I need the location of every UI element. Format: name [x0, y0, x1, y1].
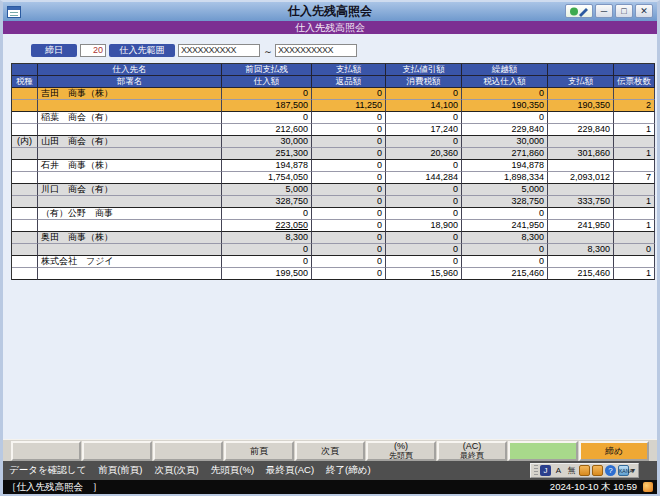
- amount-cell: 8,300: [222, 232, 312, 244]
- amount-cell: 1,898,334: [462, 172, 548, 184]
- table-row[interactable]: 199,500015,960215,460215,4601: [12, 268, 655, 280]
- table-row[interactable]: 187,50011,25014,100190,350190,3502: [12, 100, 655, 112]
- dictionary-icon[interactable]: [592, 465, 603, 476]
- amount-cell: 0: [614, 244, 655, 256]
- table-row[interactable]: (内)山田 商会（有）30,0000030,000: [12, 136, 655, 148]
- grip-icon[interactable]: [534, 465, 538, 476]
- table-row[interactable]: 奥田 商事（株）8,300008,300: [12, 232, 655, 244]
- tax-type-cell: [12, 160, 38, 172]
- tax-type-cell: [12, 172, 38, 184]
- fn-blank-1-button[interactable]: [11, 441, 81, 461]
- table-row[interactable]: 328,75000328,750333,7501: [12, 196, 655, 208]
- fn-button-label: 締め: [605, 447, 623, 456]
- amount-cell: 0: [312, 232, 386, 244]
- range-to-input[interactable]: XXXXXXXXXX: [275, 44, 357, 57]
- amount-cell: 0: [312, 256, 386, 268]
- table-row[interactable]: 川口 商会（有）5,000005,000: [12, 184, 655, 196]
- fn-button-label: 次頁: [321, 447, 339, 456]
- table-row[interactable]: 稲葉 商会（有）0000: [12, 112, 655, 124]
- amount-cell: [614, 208, 655, 220]
- amount-cell: 0: [386, 112, 462, 124]
- tax-type-cell: [12, 256, 38, 268]
- fn-blank-3-button[interactable]: [153, 441, 223, 461]
- table-body: 吉田 商事（株）0000187,50011,25014,100190,35019…: [12, 88, 655, 280]
- table-row[interactable]: 1,754,0500144,2841,898,3342,093,0127: [12, 172, 655, 184]
- ime-pad-icon[interactable]: [579, 465, 590, 476]
- supplier-name-cell: [38, 268, 222, 280]
- supplier-name-cell: 石井 商事（株）: [38, 160, 222, 172]
- table-row[interactable]: （有）公野 商事0000: [12, 208, 655, 220]
- amount-cell: [614, 232, 655, 244]
- amount-cell: 15,960: [386, 268, 462, 280]
- maximize-button[interactable]: □: [615, 4, 633, 18]
- last-page-button[interactable]: (AC)最終頁: [437, 441, 507, 461]
- minimize-button[interactable]: ─: [595, 4, 613, 18]
- guide-item: 最終頁(AC): [266, 464, 314, 477]
- amount-cell: 11,250: [312, 100, 386, 112]
- amount-cell: 212,600: [222, 124, 312, 136]
- amount-cell: 0: [312, 208, 386, 220]
- keyboard-icon[interactable]: KANA: [618, 465, 629, 476]
- amount-cell: 0: [386, 88, 462, 100]
- amount-cell: 0: [386, 208, 462, 220]
- table-row[interactable]: 吉田 商事（株）0000: [12, 88, 655, 100]
- ime-mode-icon[interactable]: J: [540, 465, 551, 476]
- closing-day-label: 締日: [31, 44, 77, 57]
- amount-cell: 1,754,050: [222, 172, 312, 184]
- amount-cell: 333,750: [548, 196, 614, 208]
- amount-cell: 0: [386, 256, 462, 268]
- conversion-mode-icon[interactable]: 無: [566, 465, 577, 476]
- amount-cell: 1: [614, 124, 655, 136]
- table-row[interactable]: 株式会社 フジイ0000: [12, 256, 655, 268]
- support-button[interactable]: [565, 4, 593, 18]
- range-from-input[interactable]: XXXXXXXXXX: [178, 44, 260, 57]
- amount-cell: [548, 160, 614, 172]
- amount-cell: 0: [386, 184, 462, 196]
- amount-cell: 0: [222, 256, 312, 268]
- close-button[interactable]: ✕: [635, 4, 653, 18]
- amount-cell: [614, 88, 655, 100]
- first-page-button[interactable]: (%)先頭頁: [366, 441, 436, 461]
- amount-cell: 2: [614, 100, 655, 112]
- input-mode-icon[interactable]: A: [553, 465, 564, 476]
- amount-cell: [614, 136, 655, 148]
- amount-cell: 5,000: [462, 184, 548, 196]
- close-shimeru-button[interactable]: 締め: [579, 441, 649, 461]
- caret-icon[interactable]: ▾: [631, 466, 635, 475]
- table-row[interactable]: 00008,3000: [12, 244, 655, 256]
- notification-icon[interactable]: [643, 482, 653, 492]
- guide-item: データを確認して: [9, 464, 86, 477]
- ime-toolbar[interactable]: JA無?KANA▾: [530, 463, 639, 478]
- amount-cell: 20,360: [386, 148, 462, 160]
- phone-pen-icon: [569, 6, 589, 17]
- guide-item: 次頁(次頁): [154, 464, 198, 477]
- tax-type-cell: [12, 184, 38, 196]
- prev-page-button[interactable]: 前頁: [224, 441, 294, 461]
- header-cell: 税種: [12, 76, 38, 88]
- amount-cell: 229,840: [462, 124, 548, 136]
- supplier-name-cell: [38, 196, 222, 208]
- footer-timestamp: 2024-10-10 木 10:59: [550, 481, 637, 494]
- amount-cell: 251,300: [222, 148, 312, 160]
- amount-cell: 0: [312, 184, 386, 196]
- tax-type-cell: [12, 88, 38, 100]
- footer-bar: ［仕入先残高照会 ］ 2024-10-10 木 10:59: [3, 480, 657, 494]
- enter-button[interactable]: [508, 441, 578, 461]
- table-row[interactable]: 石井 商事（株）194,87800194,878: [12, 160, 655, 172]
- supplier-name-cell: 川口 商会（有）: [38, 184, 222, 196]
- table-row[interactable]: 212,600017,240229,840229,8401: [12, 124, 655, 136]
- table-row[interactable]: 223,050018,900241,950241,9501: [12, 220, 655, 232]
- guide-message: データを確認して前頁(前頁)次頁(次頁)先頭頁(%)最終頁(AC)終了(締め): [9, 464, 371, 477]
- table-row[interactable]: 251,300020,360271,860301,8601: [12, 148, 655, 160]
- amount-cell: [548, 136, 614, 148]
- amount-cell: 0: [386, 244, 462, 256]
- amount-cell: 0: [312, 244, 386, 256]
- fn-blank-2-button[interactable]: [82, 441, 152, 461]
- amount-cell: 0: [312, 148, 386, 160]
- header-cell: [12, 64, 38, 76]
- amount-cell: 0: [312, 136, 386, 148]
- help-icon[interactable]: ?: [605, 465, 616, 476]
- amount-cell: 8,300: [548, 244, 614, 256]
- closing-day-input[interactable]: 20: [80, 44, 106, 57]
- next-page-button[interactable]: 次頁: [295, 441, 365, 461]
